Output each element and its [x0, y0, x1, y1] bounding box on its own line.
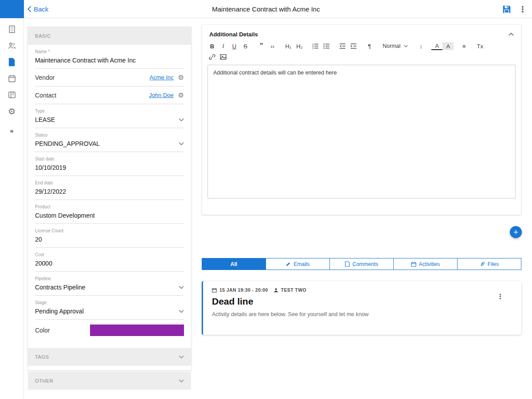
person-icon: [274, 288, 278, 293]
field-end-date-input[interactable]: 29/12/2022: [35, 185, 184, 200]
chevrons-right-icon: »: [10, 127, 13, 134]
sidebar-item-calendar[interactable]: [6, 73, 18, 84]
kanban-icon: [8, 90, 16, 99]
field-stage-select[interactable]: Pending Approval: [35, 305, 184, 319]
field-pipeline-value: Contracts Pipeline: [35, 284, 86, 291]
sidebar-item-settings[interactable]: ⚙: [6, 106, 18, 117]
contact-settings-icon[interactable]: ⚙: [178, 92, 184, 98]
back-button[interactable]: Back: [27, 0, 48, 18]
vendor-link[interactable]: Acme Inc: [149, 74, 173, 81]
clean-format-button[interactable]: Tx: [474, 41, 485, 51]
image-icon: [220, 54, 227, 60]
field-type: Type LEASE: [35, 104, 184, 128]
add-activity-button[interactable]: +: [510, 226, 522, 238]
section-basic-label: BASIC: [35, 33, 51, 39]
image-button[interactable]: [218, 52, 229, 62]
strike-button[interactable]: S: [240, 41, 251, 51]
field-contact: Contact John Doe ⚙: [35, 86, 184, 104]
additional-details-title: Additional Details: [209, 31, 258, 38]
underline-button[interactable]: U: [229, 41, 240, 51]
ordered-list-button[interactable]: 123: [310, 41, 321, 51]
field-contact-label: Contact: [35, 92, 56, 99]
section-tags-label: TAGS: [35, 354, 49, 360]
field-color-label: Color: [35, 327, 50, 334]
field-pipeline: Pipeline Contracts Pipeline: [35, 272, 184, 296]
field-license-count-input[interactable]: 20: [35, 233, 184, 247]
field-name-value: Maintenance Contract with Acme Inc: [35, 57, 136, 64]
sidebar-item-companies[interactable]: [6, 23, 18, 35]
tab-all-label: All: [231, 261, 237, 267]
align-button[interactable]: ≡: [458, 41, 469, 51]
activity-menu-button[interactable]: ⋮: [497, 293, 504, 301]
field-license-count-label: License Count: [35, 228, 184, 233]
section-basic-header: BASIC: [28, 27, 191, 45]
tab-all[interactable]: All: [202, 258, 266, 270]
tab-activities-label: Activities: [419, 261, 440, 267]
chevron-down-icon: [179, 355, 184, 359]
chevron-down-icon: [179, 142, 184, 145]
field-type-select[interactable]: LEASE: [35, 113, 184, 128]
blockquote-button[interactable]: ”: [256, 41, 267, 51]
save-icon: [502, 4, 512, 14]
format-select[interactable]: Normal: [380, 43, 411, 49]
text-color-button[interactable]: A: [431, 42, 442, 50]
header2-button[interactable]: H₂: [294, 41, 305, 51]
plus-icon: +: [513, 228, 518, 236]
field-start-date-label: Start date: [35, 156, 184, 161]
vendor-settings-icon[interactable]: ⚙: [178, 74, 184, 81]
save-button[interactable]: [502, 4, 512, 14]
section-tags-header[interactable]: TAGS: [28, 348, 191, 366]
activity-tabs: All Emails Comments Activities Files: [202, 258, 521, 270]
field-name-input[interactable]: Maintenance Contract with Acme Inc: [35, 54, 184, 68]
chevron-down-icon: [404, 45, 408, 47]
field-name-label: Name *: [35, 49, 184, 54]
appbar-menu-button[interactable]: ⋮: [519, 5, 527, 13]
sidebar-item-board[interactable]: [6, 89, 18, 101]
outdent-button[interactable]: [337, 41, 348, 51]
code-button[interactable]: ‹›: [267, 41, 278, 51]
bold-button[interactable]: B: [207, 41, 218, 51]
italic-button[interactable]: I: [218, 41, 229, 51]
activity-card[interactable]: 15 JAN 19:30 - 20:00 TEST TWO ⋮ Dead lin…: [202, 281, 521, 335]
field-cost-input[interactable]: 20000: [35, 257, 184, 271]
bullet-list-button[interactable]: [321, 41, 332, 51]
link-button[interactable]: [207, 52, 218, 62]
size-select[interactable]: ↕: [415, 41, 426, 51]
field-pipeline-select[interactable]: Contracts Pipeline: [35, 281, 184, 295]
sidebar-expand-button[interactable]: »: [6, 125, 18, 136]
contact-link[interactable]: John Doe: [149, 92, 174, 98]
back-label: Back: [34, 5, 48, 13]
field-product-input[interactable]: Custom Development: [35, 209, 184, 223]
editor-toolbar-row2: [202, 51, 521, 62]
field-license-count-value: 20: [35, 236, 42, 243]
chevron-up-icon[interactable]: [509, 33, 514, 36]
activity-datetime: 15 JAN 19:30 - 20:00: [219, 287, 268, 293]
details-editor[interactable]: Additional contract details will can be …: [207, 65, 516, 199]
field-type-value: LEASE: [35, 116, 55, 123]
field-status-select[interactable]: PENDING_APPROVAL: [35, 137, 184, 152]
field-product: Product Custom Development: [35, 200, 184, 224]
field-start-date-input[interactable]: 10/10/2019: [35, 161, 184, 176]
sidebar-item-contacts[interactable]: [6, 40, 18, 51]
header1-button[interactable]: H₁: [283, 41, 294, 51]
section-other-header[interactable]: OTHER: [28, 372, 191, 390]
background-color-button[interactable]: A: [442, 42, 454, 50]
section-other-label: OTHER: [35, 378, 54, 383]
sidebar-item-documents[interactable]: [6, 56, 18, 68]
tab-comments[interactable]: Comments: [329, 258, 394, 270]
tab-emails[interactable]: Emails: [266, 258, 330, 270]
field-name: Name * Maintenance Contract with Acme In…: [35, 45, 184, 69]
activity-user: TEST TWO: [281, 287, 306, 293]
indent-button[interactable]: [348, 41, 359, 51]
sidebar: ⚙ »: [0, 18, 24, 399]
tab-activities[interactable]: Activities: [393, 258, 458, 270]
field-end-date-label: End date: [35, 180, 184, 185]
field-end-date: End date 29/12/2022: [35, 176, 184, 200]
appbar-actions: ⋮: [502, 0, 527, 18]
field-type-label: Type: [35, 109, 184, 113]
tab-files[interactable]: Files: [457, 258, 521, 270]
contract-form-card: BASIC Name * Maintenance Contract with A…: [27, 27, 192, 371]
ordered-list-icon: 123: [312, 43, 319, 49]
direction-button[interactable]: ¶: [364, 41, 375, 51]
color-swatch[interactable]: [90, 325, 184, 336]
